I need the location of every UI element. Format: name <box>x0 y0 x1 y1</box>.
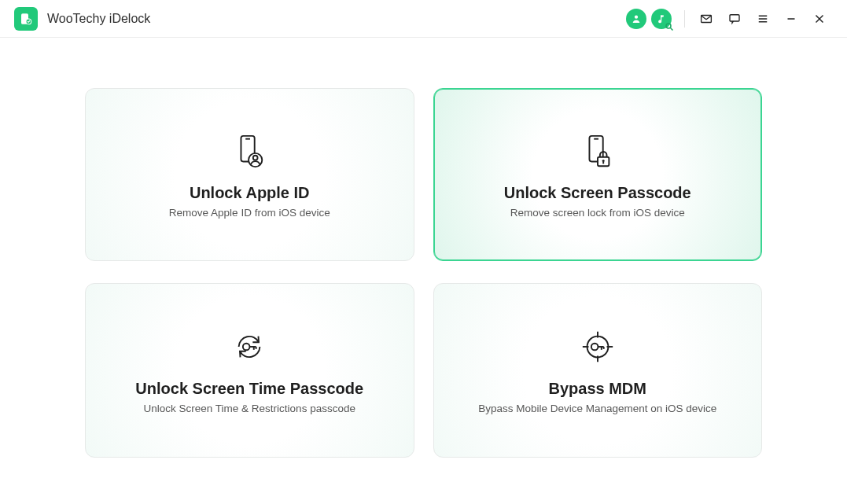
card-subtitle: Remove screen lock from iOS device <box>510 207 685 219</box>
feedback-icon[interactable] <box>723 7 746 31</box>
key-target-icon <box>580 326 616 367</box>
svg-point-31 <box>591 344 598 351</box>
card-unlock-screen-time[interactable]: Unlock Screen Time Passcode Unlock Scree… <box>85 283 414 458</box>
app-logo-icon <box>14 7 38 31</box>
svg-point-20 <box>602 160 604 162</box>
card-subtitle: Bypass Mobile Device Management on iOS d… <box>478 403 716 414</box>
card-title: Unlock Screen Time Passcode <box>135 380 363 398</box>
card-subtitle: Remove Apple ID from iOS device <box>169 207 330 219</box>
key-refresh-icon <box>231 326 267 367</box>
card-unlock-screen-passcode[interactable]: Unlock Screen Passcode Remove screen loc… <box>433 88 763 261</box>
close-button[interactable] <box>808 7 831 31</box>
card-title: Unlock Apple ID <box>190 184 310 202</box>
card-subtitle: Unlock Screen Time & Restrictions passco… <box>144 403 355 414</box>
card-unlock-apple-id[interactable]: Unlock Apple ID Remove Apple ID from iOS… <box>85 88 414 261</box>
svg-point-2 <box>635 15 638 18</box>
mail-icon[interactable] <box>694 7 718 31</box>
svg-point-22 <box>243 344 250 351</box>
menu-icon[interactable] <box>751 7 775 31</box>
main-grid: Unlock Apple ID Remove Apple ID from iOS… <box>0 38 847 458</box>
svg-line-4 <box>671 28 673 30</box>
account-icon[interactable] <box>626 9 646 29</box>
minimize-button[interactable] <box>779 7 803 31</box>
phone-user-icon <box>231 131 267 171</box>
titlebar: WooTechy iDelock <box>0 0 847 38</box>
svg-point-3 <box>666 24 671 28</box>
card-title: Unlock Screen Passcode <box>504 184 691 202</box>
phone-lock-icon <box>580 131 616 171</box>
svg-rect-6 <box>730 14 739 20</box>
music-search-icon[interactable] <box>651 9 672 29</box>
card-bypass-mdm[interactable]: Bypass MDM Bypass Mobile Device Manageme… <box>433 283 763 458</box>
app-title: WooTechy iDelock <box>47 12 150 26</box>
titlebar-divider <box>684 10 685 28</box>
card-title: Bypass MDM <box>549 380 646 398</box>
